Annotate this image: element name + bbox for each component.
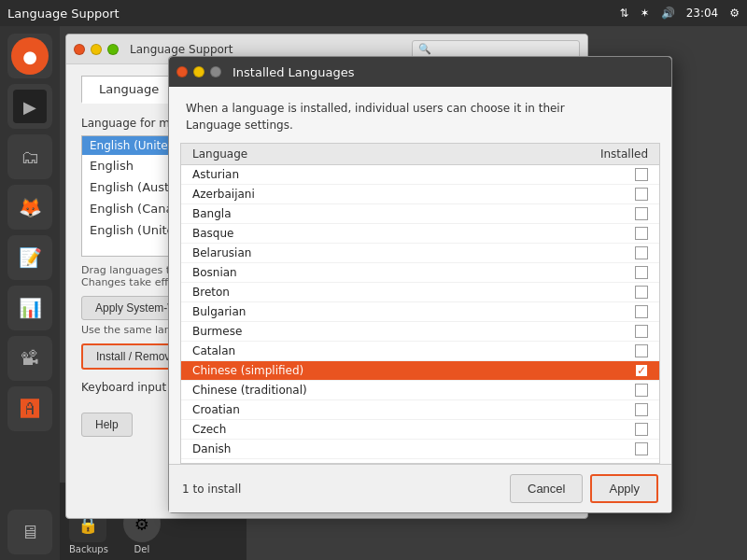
delete-label: Del [123, 544, 161, 554]
cancel-button[interactable]: Cancel [510, 474, 583, 503]
files-icon: 🗂 [21, 146, 39, 168]
lang-checkbox-checked[interactable]: ✓ [635, 364, 648, 377]
sidebar-item-writer[interactable]: 📝 [7, 235, 52, 280]
ubuntu-logo: ● [11, 37, 49, 75]
lang-checkbox[interactable] [635, 423, 648, 436]
table-row[interactable]: Basque [181, 224, 659, 244]
sidebar-item-appstore[interactable]: 🅰 [7, 386, 52, 431]
lang-checkbox[interactable] [635, 384, 648, 397]
system-icon: 🖥 [21, 521, 39, 543]
taskbar: Language Support ⇅ ✶ 🔊 23:04 ⚙ [0, 0, 747, 26]
lang-checkbox[interactable] [635, 168, 648, 181]
dialog-close-button[interactable] [176, 66, 188, 77]
install-count: 1 to install [182, 483, 241, 496]
help-button[interactable]: Help [81, 413, 133, 437]
taskbar-right: ⇅ ✶ 🔊 23:04 ⚙ [620, 7, 740, 20]
lang-name: Basque [192, 227, 233, 240]
table-header: Language Installed [181, 144, 659, 165]
dialog-minimize-button[interactable] [193, 66, 204, 77]
settings-icon: ⚙ [729, 7, 740, 20]
language-table[interactable]: Language Installed Asturian Azerbaijani … [180, 143, 660, 464]
lang-checkbox[interactable] [635, 227, 648, 240]
lang-checkbox[interactable] [635, 403, 648, 416]
writer-icon: 📝 [19, 246, 42, 269]
sidebar-item-calc[interactable]: 📊 [7, 286, 52, 330]
lang-name: Chinese (simplified) [192, 364, 303, 377]
taskbar-title: Language Support [7, 7, 120, 21]
lang-checkbox[interactable] [635, 305, 648, 318]
bluetooth-icon: ✶ [641, 7, 650, 20]
column-installed: Installed [600, 147, 648, 161]
sidebar-item-ubuntu[interactable]: ● [7, 34, 52, 78]
dialog-titlebar: Installed Languages [169, 57, 671, 87]
footer-buttons: Cancel Apply [510, 474, 658, 503]
dialog-maximize-button[interactable] [210, 66, 221, 77]
lang-name: Bangla [192, 207, 232, 220]
minimize-button[interactable] [91, 44, 102, 55]
dialog-title: Installed Languages [233, 65, 354, 79]
impress-icon: 📽 [21, 347, 39, 370]
lang-name: Belarusian [192, 246, 251, 259]
sidebar-item-terminal[interactable]: ▶ [7, 84, 52, 129]
lang-name: Bosnian [192, 266, 237, 279]
apply-button[interactable]: Apply [590, 474, 658, 503]
sidebar: ● ▶ 🗂 🦊 📝 📊 📽 🅰 🖥 [0, 26, 60, 560]
table-row[interactable]: Chinese (traditional) [181, 381, 659, 400]
tab-language[interactable]: Language [81, 76, 176, 104]
lang-name: Asturian [192, 168, 239, 181]
close-button[interactable] [74, 44, 85, 55]
lang-name: Bulgarian [192, 305, 246, 318]
table-row[interactable]: Croatian [181, 400, 659, 420]
table-row[interactable]: Belarusian [181, 244, 659, 263]
dialog-info: When a language is installed, individual… [169, 87, 671, 143]
table-row[interactable]: Czech [181, 420, 659, 440]
lang-name: Danish [192, 442, 231, 455]
lang-name: Burmese [192, 325, 242, 338]
lang-checkbox[interactable] [635, 266, 648, 279]
sidebar-item-firefox[interactable]: 🦊 [7, 185, 52, 230]
search-icon: 🔍 [418, 43, 431, 55]
lang-checkbox[interactable] [635, 246, 648, 259]
lang-checkbox[interactable] [635, 325, 648, 338]
sidebar-item-system[interactable]: 🖥 [7, 510, 52, 554]
backups-label: Backups [69, 544, 108, 554]
maximize-button[interactable] [107, 44, 119, 55]
table-row[interactable]: Bulgarian [181, 302, 659, 322]
volume-icon: 🔊 [661, 7, 675, 20]
sort-icon: ⇅ [620, 7, 629, 20]
firefox-icon: 🦊 [19, 196, 42, 218]
table-row[interactable]: Burmese [181, 322, 659, 342]
sidebar-item-files[interactable]: 🗂 [7, 134, 52, 179]
table-row[interactable]: Bosnian [181, 263, 659, 283]
table-row-highlighted[interactable]: Chinese (simplified) ✓ [181, 361, 659, 381]
table-row[interactable]: Azerbaijani [181, 185, 659, 204]
lang-name: Czech [192, 423, 226, 436]
lang-name: Croatian [192, 403, 240, 416]
calc-icon: 📊 [19, 297, 42, 319]
lang-checkbox[interactable] [635, 207, 648, 220]
taskbar-time: 23:04 [686, 7, 719, 20]
lang-checkbox[interactable] [635, 344, 648, 357]
lang-checkbox[interactable] [635, 286, 648, 299]
lang-name: Chinese (traditional) [192, 384, 307, 397]
installed-languages-dialog: Installed Languages When a language is i… [168, 56, 672, 513]
terminal-icon: ▶ [13, 90, 47, 123]
table-row[interactable]: Bangla [181, 204, 659, 224]
lang-name: Catalan [192, 344, 235, 357]
column-language: Language [192, 147, 247, 161]
lang-name: Azerbaijani [192, 188, 255, 201]
dialog-body: When a language is installed, individual… [169, 87, 671, 512]
lang-name: Breton [192, 286, 230, 299]
table-row[interactable]: Catalan [181, 342, 659, 361]
lang-checkbox[interactable] [635, 188, 648, 201]
lang-support-title: Language Support [130, 43, 233, 56]
table-row[interactable]: Breton [181, 283, 659, 302]
dialog-footer: 1 to install Cancel Apply [169, 464, 671, 512]
lang-checkbox[interactable] [635, 442, 648, 455]
appstore-icon: 🅰 [21, 398, 39, 420]
table-row[interactable]: Danish [181, 440, 659, 459]
sidebar-item-impress[interactable]: 📽 [7, 336, 52, 381]
table-row[interactable]: Asturian [181, 165, 659, 185]
